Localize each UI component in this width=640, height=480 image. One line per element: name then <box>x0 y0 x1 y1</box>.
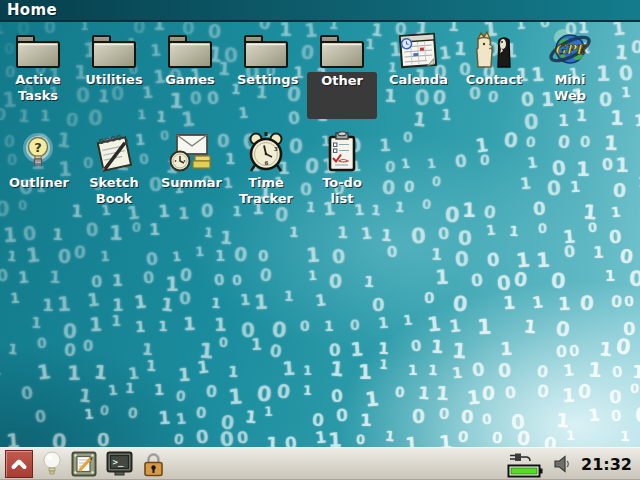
folder-icon <box>242 28 290 70</box>
notes-button[interactable] <box>71 451 97 477</box>
svg-text:GPE: GPE <box>555 42 588 57</box>
battery-power-icon <box>507 451 544 478</box>
desktop-icon-contacts[interactable]: Contact <box>456 28 532 88</box>
backlight-button[interactable] <box>42 451 62 477</box>
titlebar: Home <box>0 0 640 22</box>
desktop-icon-label: Games <box>161 72 219 88</box>
battery-applet[interactable] <box>507 451 544 478</box>
folder-icon <box>90 28 138 70</box>
desktop-icon-label: Sketch Book <box>85 175 143 206</box>
desktop-icon-label: Time Tracker <box>237 175 295 206</box>
contacts-icon <box>472 28 516 70</box>
desktop-icon-other[interactable]: Other <box>304 28 380 119</box>
lightbulb-icon <box>42 451 62 477</box>
folder-icon <box>14 28 62 70</box>
desktop-icon-outliner[interactable]: ? Outliner <box>0 131 76 191</box>
sketchpad-icon <box>91 131 137 173</box>
screen: Home 10010100011110111100110011111101001… <box>0 0 640 480</box>
bulb-question-icon: ? <box>18 131 58 173</box>
taskbar: >_ 21:32 <box>0 447 640 480</box>
taskbar-clock[interactable]: 21:32 <box>581 455 634 474</box>
desktop-icon-label: Outliner <box>9 175 67 191</box>
folder-icon <box>318 28 366 70</box>
launcher-row-1: Active Tasks Utilities Games Settings <box>0 22 640 119</box>
folder-icon <box>166 28 214 70</box>
notes-icon <box>71 451 97 477</box>
svg-text:>_: >_ <box>113 457 124 467</box>
desktop-icon-label: Active Tasks <box>9 72 67 103</box>
volume-applet[interactable] <box>553 454 572 474</box>
svg-text:6: 6 <box>265 160 269 166</box>
clipboard-icon <box>322 131 362 173</box>
desktop-icon-settings[interactable]: Settings <box>228 28 304 88</box>
envelope-clock-icon <box>167 131 213 173</box>
terminal-button[interactable]: >_ <box>106 451 133 477</box>
desktop-icon-summary[interactable]: Summar <box>152 131 228 191</box>
desktop-icon-mini-web[interactable]: GPE Mini Web <box>532 28 608 103</box>
desktop-icon-active-tasks[interactable]: Active Tasks <box>0 28 76 103</box>
svg-text:3: 3 <box>274 146 278 152</box>
desktop-icon-label: Summar <box>161 175 219 191</box>
desktop-icon-label: Mini Web <box>541 72 599 103</box>
svg-text:?: ? <box>34 140 42 155</box>
desktop-icon-label: Calenda <box>389 72 447 88</box>
lock-button[interactable] <box>142 451 165 477</box>
terminal-icon: >_ <box>106 451 133 477</box>
padlock-icon <box>142 451 165 477</box>
speaker-icon <box>553 454 572 474</box>
calendar-icon <box>396 28 440 70</box>
desktop-icon-label: Contact <box>465 72 523 88</box>
desktop: 1001010001111011110011001111110100101101… <box>0 22 640 447</box>
desktop-icon-label: Utilities <box>85 72 143 88</box>
chevron-up-icon <box>8 453 30 475</box>
launcher-menu-button[interactable] <box>5 450 33 478</box>
desktop-icon-games[interactable]: Games <box>152 28 228 88</box>
desktop-icon-time-tracker[interactable]: 36 Time Tracker <box>228 131 304 206</box>
desktop-icon-utilities[interactable]: Utilities <box>76 28 152 88</box>
desktop-icon-label: To-do list <box>313 175 371 206</box>
desktop-icon-todo-list[interactable]: To-do list <box>304 131 380 206</box>
launcher-row-2: ? Outliner Sketch Book Summar 36 <box>0 131 640 206</box>
desktop-icon-label: Other <box>307 72 377 119</box>
desktop-icon-calendar[interactable]: Calenda <box>380 28 456 88</box>
window-title: Home <box>0 1 57 19</box>
desktop-icon-label: Settings <box>237 72 295 88</box>
alarm-clock-icon: 36 <box>244 131 288 173</box>
desktop-icon-sketch-book[interactable]: Sketch Book <box>76 131 152 206</box>
gpe-globe-icon: GPE <box>547 28 593 70</box>
